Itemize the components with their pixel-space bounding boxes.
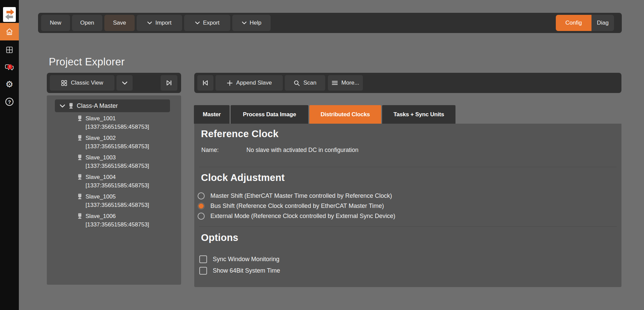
tree-node-text: Slave_1002 [1337:35651585:458753] — [86, 134, 149, 151]
reference-clock-name-row: Name: No slave with activated DC in conf… — [201, 147, 359, 154]
view-toolbar: Classic View — [47, 73, 181, 93]
tab-tasks-sync-units[interactable]: Tasks + Sync Units — [382, 105, 455, 124]
scan-label: Scan — [303, 80, 316, 86]
view-selector-button[interactable]: Classic View — [50, 75, 114, 91]
slave-name: Slave_1003 — [86, 153, 149, 162]
checkbox-row-sync-window[interactable]: Sync Window Monitoring — [199, 253, 280, 265]
slave-name: Slave_1006 — [86, 212, 149, 220]
tree-node-text: Slave_1006 [1337:35651585:458753] — [86, 212, 149, 229]
chevron-down-icon — [195, 21, 200, 25]
options-heading: Options — [201, 232, 238, 243]
checkbox-sync-window-monitoring[interactable] — [199, 255, 207, 263]
slave-address: [1337:35651585:458753] — [86, 162, 149, 170]
tree-node-text: Slave_1001 [1337:35651585:458753] — [86, 114, 149, 131]
skip-start-button[interactable] — [197, 75, 213, 91]
config-mode-button[interactable]: Config — [556, 15, 591, 31]
view-dropdown-button[interactable] — [116, 75, 133, 91]
tree-node-text: Slave_1004 [1337:35651585:458753] — [86, 173, 149, 190]
gear-icon: ⚙ — [5, 80, 13, 89]
slave-name: Slave_1002 — [86, 134, 149, 142]
tree-node-master[interactable]: Class-A Master — [55, 99, 170, 112]
radio-bus-shift[interactable] — [198, 203, 205, 210]
more-button[interactable]: More... — [328, 75, 363, 91]
radio-row-bus-shift[interactable]: Bus Shift (Reference Clock controlled by… — [198, 201, 395, 211]
sidebar-item-notifications[interactable]: ! — [0, 59, 19, 76]
grid-icon — [5, 46, 13, 54]
notification-badge: ! — [7, 64, 12, 69]
diag-mode-button[interactable]: Diag — [591, 15, 614, 31]
checkbox-row-show-64bit[interactable]: Show 64Bit System Time — [199, 265, 280, 276]
slave-address: [1337:35651585:458753] — [86, 123, 149, 131]
search-icon — [294, 80, 300, 86]
append-slave-button[interactable]: Append Slave — [215, 75, 283, 91]
reference-clock-heading: Reference Clock — [201, 128, 278, 140]
tree-node-slave[interactable]: Slave_1005 [1337:35651585:458753] — [77, 192, 149, 209]
slave-name: Slave_1001 — [86, 114, 149, 123]
device-icon — [77, 134, 82, 151]
device-icon — [77, 153, 82, 170]
radio-row-master-shift[interactable]: Master Shift (EtherCAT Master Time contr… — [198, 191, 395, 201]
chat-bubbles-icon: ! — [5, 63, 14, 72]
home-icon — [5, 27, 14, 36]
name-label: Name: — [201, 147, 246, 154]
slave-address: [1337:35651585:458753] — [86, 181, 149, 190]
tab-master[interactable]: Master — [194, 105, 230, 124]
radio-master-shift[interactable] — [198, 192, 205, 199]
menu-icon — [332, 80, 338, 86]
export-button[interactable]: Export — [184, 15, 230, 31]
tab-label: Master — [203, 111, 221, 118]
tab-process-data-image[interactable]: Process Data Image — [231, 105, 308, 124]
sidebar-item-settings[interactable]: ⚙ — [0, 75, 19, 93]
checkbox-label: Sync Window Monitoring — [213, 256, 279, 263]
distributed-clocks-panel: Reference Clock Name: No slave with acti… — [194, 124, 621, 287]
slave-address: [1337:35651585:458753] — [86, 201, 149, 209]
save-button[interactable]: Save — [104, 15, 135, 31]
slave-name: Slave_1005 — [86, 192, 149, 201]
tree-node-slave[interactable]: Slave_1004 [1337:35651585:458753] — [77, 173, 149, 190]
page-title: Project Explorer — [49, 56, 125, 68]
diag-mode-label: Diag — [597, 20, 609, 26]
import-button-label: Import — [155, 20, 171, 26]
new-button-label: New — [50, 20, 61, 26]
import-button[interactable]: Import — [137, 15, 182, 31]
chevron-down-icon[interactable] — [60, 104, 65, 108]
dashboard-icon — [61, 80, 67, 86]
radio-external-mode[interactable] — [198, 213, 205, 220]
open-button[interactable]: Open — [72, 15, 102, 31]
collapse-panel-button[interactable] — [161, 75, 177, 91]
help-button[interactable]: Help — [232, 15, 271, 31]
checkbox-show-64bit-system-time[interactable] — [199, 267, 207, 275]
sidebar-item-home[interactable] — [0, 23, 19, 40]
sidebar-item-views[interactable] — [0, 41, 19, 59]
help-button-label: Help — [250, 20, 262, 26]
sidebar: ! ⚙ ? — [0, 0, 19, 310]
device-icon — [77, 114, 82, 131]
radio-label: Bus Shift (Reference Clock controlled by… — [210, 203, 384, 210]
export-button-label: Export — [203, 20, 219, 26]
tree-node-slave[interactable]: Slave_1002 [1337:35651585:458753] — [77, 134, 149, 151]
save-button-label: Save — [113, 20, 126, 26]
chevron-down-icon — [242, 21, 247, 25]
tab-distributed-clocks[interactable]: Distributed Clocks — [309, 105, 381, 124]
clock-adjustment-radio-group: Master Shift (EtherCAT Master Time contr… — [198, 191, 395, 221]
main-toolbar: New Open Save Import Export Help Config … — [38, 13, 622, 33]
device-icon — [77, 212, 82, 229]
section-divider — [199, 226, 617, 227]
slave-address: [1337:35651585:458753] — [86, 142, 149, 151]
slave-address: [1337:35651585:458753] — [86, 220, 149, 229]
config-mode-label: Config — [565, 20, 582, 26]
sidebar-item-help[interactable]: ? — [0, 93, 19, 111]
tree-node-slave[interactable]: Slave_1006 [1337:35651585:458753] — [77, 212, 149, 229]
scan-button[interactable]: Scan — [285, 75, 325, 91]
device-icon — [69, 103, 73, 109]
new-button[interactable]: New — [41, 15, 70, 31]
tree-node-slave[interactable]: Slave_1001 [1337:35651585:458753] — [77, 114, 149, 131]
app-logo — [3, 7, 16, 22]
skip-start-icon — [202, 80, 209, 86]
radio-row-external-mode[interactable]: External Mode (Reference Clock controlle… — [198, 211, 395, 221]
chevron-down-icon — [147, 21, 152, 25]
radio-label: Master Shift (EtherCAT Master Time contr… — [210, 192, 392, 199]
plus-icon — [227, 80, 233, 86]
tree-node-slave[interactable]: Slave_1003 [1337:35651585:458753] — [77, 153, 149, 170]
help-icon: ? — [5, 98, 13, 106]
